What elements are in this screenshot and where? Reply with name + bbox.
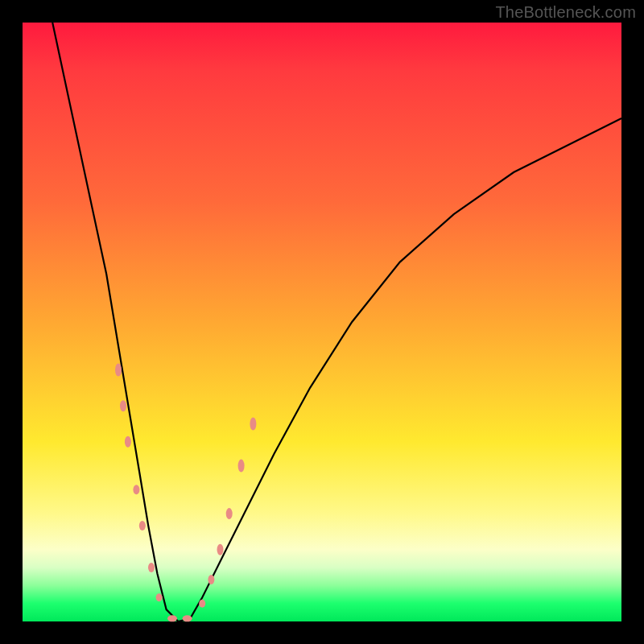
curve-marker xyxy=(183,615,192,621)
curve-marker xyxy=(156,593,163,601)
watermark-text: TheBottleneck.com xyxy=(495,3,636,22)
curve-marker xyxy=(115,364,122,377)
bottleneck-curve xyxy=(52,23,621,621)
curve-marker xyxy=(148,563,155,572)
curve-marker xyxy=(125,436,131,448)
curve-layer xyxy=(23,23,621,621)
curve-marker xyxy=(120,400,126,411)
curve-markers xyxy=(115,364,256,622)
curve-marker xyxy=(250,418,256,431)
curve-marker xyxy=(208,575,214,584)
curve-marker xyxy=(226,508,233,519)
curve-marker xyxy=(133,485,139,494)
curve-marker xyxy=(139,521,146,530)
curve-marker xyxy=(238,460,245,473)
curve-marker xyxy=(167,615,177,621)
chart-frame: TheBottleneck.com xyxy=(0,0,644,644)
plot-area xyxy=(23,23,621,621)
curve-marker xyxy=(199,600,205,608)
curve-marker xyxy=(217,544,224,555)
